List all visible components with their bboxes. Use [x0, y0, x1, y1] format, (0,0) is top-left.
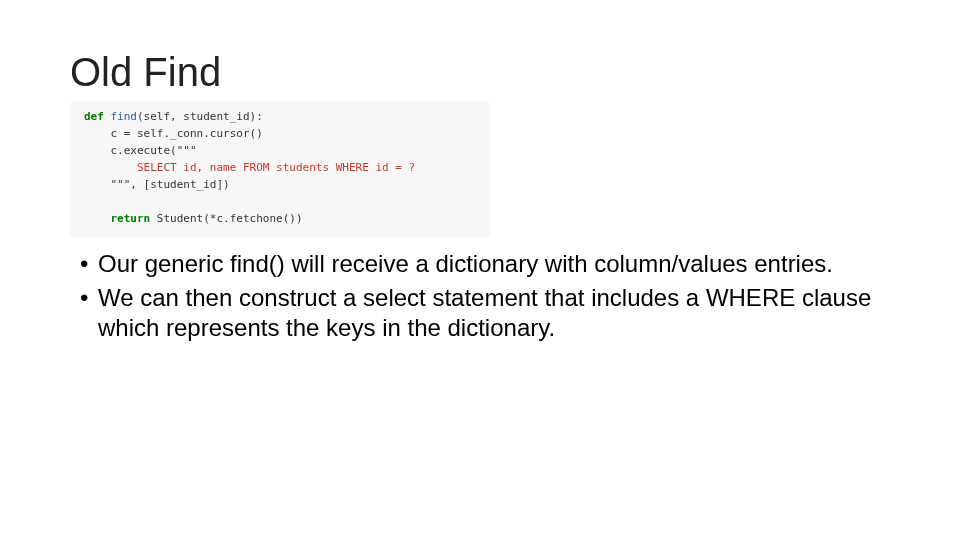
- slide: Old Find def find(self, student_id): c =…: [0, 0, 960, 540]
- bullet-item: We can then construct a select statement…: [80, 283, 890, 343]
- code-params: (self, student_id):: [137, 110, 263, 123]
- code-kw-def: def: [84, 110, 104, 123]
- code-return-rest: Student(*c.fetchone()): [150, 212, 302, 225]
- bullet-item: Our generic find() will receive a dictio…: [80, 249, 890, 279]
- code-fn-name: find: [111, 110, 138, 123]
- code-pre: def find(self, student_id): c = self._co…: [84, 108, 480, 227]
- bullet-list: Our generic find() will receive a dictio…: [80, 249, 890, 343]
- code-sql: SELECT id, name FROM students WHERE id =…: [137, 161, 415, 174]
- code-line-2: c = self._conn.cursor(): [111, 127, 263, 140]
- code-line-3: c.execute(""": [111, 144, 197, 157]
- slide-title: Old Find: [70, 50, 890, 94]
- code-line-5: """, [student_id]): [111, 178, 230, 191]
- code-kw-return: return: [111, 212, 151, 225]
- code-block: def find(self, student_id): c = self._co…: [70, 102, 490, 237]
